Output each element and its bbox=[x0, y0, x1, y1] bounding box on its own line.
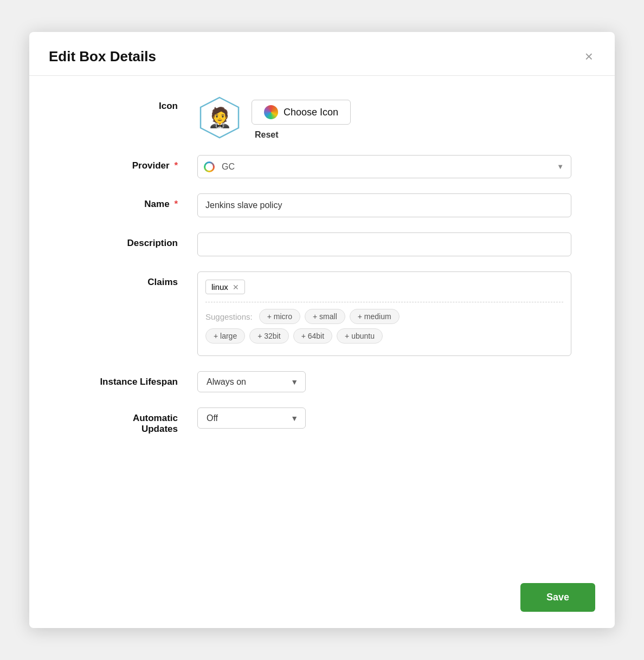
provider-wrapper: GC AWS Azure ▼ bbox=[197, 155, 571, 178]
dialog-body: Icon 🤵 Choose Icon bbox=[29, 76, 615, 572]
claims-content: linux ✕ Suggestions: + micro + small + m… bbox=[197, 271, 571, 356]
instance-lifespan-wrapper: Always on 1 hour 4 hours 8 hours 24 hour… bbox=[197, 371, 306, 392]
automatic-updates-label: Automatic Updates bbox=[73, 407, 197, 435]
dialog-footer: Save bbox=[29, 572, 615, 628]
claims-tags: linux ✕ bbox=[205, 280, 563, 294]
claim-tag-linux-label: linux bbox=[211, 282, 228, 292]
instance-lifespan-select[interactable]: Always on 1 hour 4 hours 8 hours 24 hour… bbox=[197, 371, 306, 392]
description-label: Description bbox=[73, 232, 197, 249]
choose-icon-button[interactable]: Choose Icon bbox=[252, 100, 351, 125]
name-content bbox=[197, 193, 571, 217]
dialog-title: Edit Box Details bbox=[49, 48, 156, 65]
claims-box: linux ✕ Suggestions: + micro + small + m… bbox=[197, 271, 571, 356]
icon-row: Icon 🤵 Choose Icon bbox=[73, 95, 571, 140]
provider-required: * bbox=[172, 160, 178, 171]
choose-icon-label: Choose Icon bbox=[284, 107, 338, 118]
suggestions-label: Suggestions: bbox=[205, 312, 253, 321]
description-input[interactable] bbox=[197, 232, 571, 256]
description-row: Description bbox=[73, 232, 571, 256]
save-button[interactable]: Save bbox=[520, 583, 595, 612]
provider-content: GC AWS Azure ▼ bbox=[197, 155, 571, 178]
automatic-updates-wrapper: Off On ▼ bbox=[197, 407, 306, 429]
icon-section: 🤵 Choose Icon Reset bbox=[197, 95, 571, 140]
claim-tag-linux: linux ✕ bbox=[205, 280, 245, 294]
suggestion-small[interactable]: + small bbox=[305, 309, 345, 324]
icon-right-controls: Choose Icon Reset bbox=[252, 95, 351, 140]
color-icon bbox=[264, 105, 278, 119]
suggestion-large[interactable]: + large bbox=[205, 328, 245, 344]
automatic-updates-row: Automatic Updates Off On ▼ bbox=[73, 407, 571, 435]
suggestions-row-1: Suggestions: + micro + small + medium bbox=[205, 309, 563, 324]
suggestion-ubuntu[interactable]: + ubuntu bbox=[337, 328, 383, 344]
close-button[interactable]: × bbox=[583, 47, 595, 66]
name-required: * bbox=[172, 199, 178, 209]
description-content bbox=[197, 232, 571, 256]
name-input[interactable] bbox=[197, 193, 571, 217]
instance-lifespan-label: Instance Lifespan bbox=[73, 371, 197, 387]
instance-lifespan-content: Always on 1 hour 4 hours 8 hours 24 hour… bbox=[197, 371, 571, 392]
suggestions-row-2: + large + 32bit + 64bit + ubuntu bbox=[205, 328, 563, 344]
suggestion-medium[interactable]: + medium bbox=[350, 309, 400, 324]
claims-row: Claims linux ✕ Suggestions: + micro + sm… bbox=[73, 271, 571, 356]
instance-lifespan-row: Instance Lifespan Always on 1 hour 4 hou… bbox=[73, 371, 571, 392]
name-label: Name * bbox=[73, 193, 197, 210]
icon-content: 🤵 Choose Icon Reset bbox=[197, 95, 571, 140]
automatic-updates-content: Off On ▼ bbox=[197, 407, 571, 429]
provider-select[interactable]: GC AWS Azure bbox=[197, 155, 571, 178]
provider-label: Provider * bbox=[73, 155, 197, 171]
suggestion-32bit[interactable]: + 32bit bbox=[249, 328, 288, 344]
icon-hexagon: 🤵 bbox=[197, 95, 242, 140]
jenkins-icon: 🤵 bbox=[208, 106, 232, 129]
provider-loader-icon bbox=[204, 161, 215, 172]
edit-box-dialog: Edit Box Details × Icon 🤵 bbox=[29, 32, 615, 628]
dialog-header: Edit Box Details × bbox=[29, 32, 615, 76]
suggestion-micro[interactable]: + micro bbox=[259, 309, 300, 324]
claims-label: Claims bbox=[73, 271, 197, 288]
claims-divider bbox=[205, 302, 563, 302]
claim-tag-linux-remove[interactable]: ✕ bbox=[233, 283, 239, 291]
name-row: Name * bbox=[73, 193, 571, 217]
suggestion-64bit[interactable]: + 64bit bbox=[293, 328, 332, 344]
provider-row: Provider * GC AWS Azure ▼ bbox=[73, 155, 571, 178]
reset-link[interactable]: Reset bbox=[252, 130, 351, 140]
automatic-updates-select[interactable]: Off On bbox=[197, 407, 306, 429]
icon-label: Icon bbox=[73, 95, 197, 112]
